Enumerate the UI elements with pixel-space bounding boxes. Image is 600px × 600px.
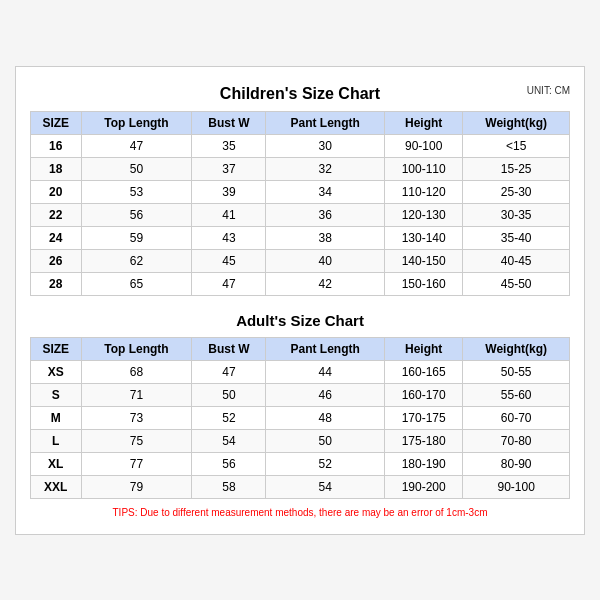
table-cell: 48 [266,406,385,429]
adult-header-row: SIZE Top Length Bust W Pant Length Heigh… [31,337,570,360]
children-size-table: SIZE Top Length Bust W Pant Length Heigh… [30,111,570,296]
table-cell: XL [31,452,82,475]
table-cell: 55-60 [463,383,570,406]
table-cell: 120-130 [385,203,463,226]
table-cell: 160-170 [385,383,463,406]
table-cell: 90-100 [385,134,463,157]
table-cell: 190-200 [385,475,463,498]
table-cell: 68 [81,360,192,383]
table-cell: 54 [192,429,266,452]
table-cell: 75 [81,429,192,452]
table-row: M735248170-17560-70 [31,406,570,429]
table-cell: 47 [192,272,266,295]
table-cell: 32 [266,157,385,180]
table-row: L755450175-18070-80 [31,429,570,452]
table-cell: 41 [192,203,266,226]
col-bust-w: Bust W [192,111,266,134]
table-cell: 22 [31,203,82,226]
table-cell: 40-45 [463,249,570,272]
table-cell: 58 [192,475,266,498]
size-chart-container: Children's Size Chart UNIT: CM SIZE Top … [15,66,585,535]
table-row: S715046160-17055-60 [31,383,570,406]
table-cell: <15 [463,134,570,157]
table-cell: 150-160 [385,272,463,295]
table-cell: 170-175 [385,406,463,429]
table-cell: 50 [81,157,192,180]
table-row: 1647353090-100<15 [31,134,570,157]
table-cell: 39 [192,180,266,203]
table-cell: 40 [266,249,385,272]
table-cell: 16 [31,134,82,157]
table-cell: 80-90 [463,452,570,475]
table-cell: 36 [266,203,385,226]
table-row: XS684744160-16550-55 [31,360,570,383]
adult-col-top-length: Top Length [81,337,192,360]
table-cell: S [31,383,82,406]
adult-col-height: Height [385,337,463,360]
table-cell: 38 [266,226,385,249]
table-cell: 140-150 [385,249,463,272]
table-cell: 52 [266,452,385,475]
col-size: SIZE [31,111,82,134]
table-cell: 37 [192,157,266,180]
table-row: 22564136120-13030-35 [31,203,570,226]
table-cell: 71 [81,383,192,406]
table-cell: 90-100 [463,475,570,498]
table-row: 28654742150-16045-50 [31,272,570,295]
col-height: Height [385,111,463,134]
table-cell: XXL [31,475,82,498]
col-pant-length: Pant Length [266,111,385,134]
table-cell: 62 [81,249,192,272]
table-cell: 42 [266,272,385,295]
table-row: 18503732100-11015-25 [31,157,570,180]
table-cell: 18 [31,157,82,180]
adult-col-bust-w: Bust W [192,337,266,360]
table-cell: 175-180 [385,429,463,452]
table-cell: 30 [266,134,385,157]
table-cell: XS [31,360,82,383]
table-cell: 56 [81,203,192,226]
tips-text: TIPS: Due to different measurement metho… [30,507,570,522]
table-cell: 50-55 [463,360,570,383]
table-cell: 46 [266,383,385,406]
table-cell: 160-165 [385,360,463,383]
table-row: 24594338130-14035-40 [31,226,570,249]
table-cell: 35 [192,134,266,157]
table-row: XXL795854190-20090-100 [31,475,570,498]
table-cell: 43 [192,226,266,249]
table-cell: 47 [192,360,266,383]
children-header-row: SIZE Top Length Bust W Pant Length Heigh… [31,111,570,134]
table-cell: 77 [81,452,192,475]
table-cell: 50 [266,429,385,452]
table-row: 20533934110-12025-30 [31,180,570,203]
table-cell: 100-110 [385,157,463,180]
table-cell: 65 [81,272,192,295]
table-cell: 56 [192,452,266,475]
adult-size-table: SIZE Top Length Bust W Pant Length Heigh… [30,337,570,499]
table-cell: 45-50 [463,272,570,295]
table-cell: 47 [81,134,192,157]
table-cell: 34 [266,180,385,203]
table-cell: 35-40 [463,226,570,249]
table-cell: 53 [81,180,192,203]
table-cell: 44 [266,360,385,383]
table-cell: 70-80 [463,429,570,452]
table-cell: M [31,406,82,429]
adult-chart-title: Adult's Size Chart [30,304,570,331]
children-chart-title: Children's Size Chart UNIT: CM [30,79,570,105]
adult-col-weight: Weight(kg) [463,337,570,360]
table-cell: 54 [266,475,385,498]
table-cell: 60-70 [463,406,570,429]
unit-label: UNIT: CM [527,85,570,96]
table-cell: 73 [81,406,192,429]
table-cell: 26 [31,249,82,272]
table-cell: 24 [31,226,82,249]
table-cell: 52 [192,406,266,429]
table-cell: 15-25 [463,157,570,180]
table-row: 26624540140-15040-45 [31,249,570,272]
table-cell: 180-190 [385,452,463,475]
children-title-text: Children's Size Chart [220,85,380,102]
table-cell: 50 [192,383,266,406]
adult-col-size: SIZE [31,337,82,360]
table-row: XL775652180-19080-90 [31,452,570,475]
